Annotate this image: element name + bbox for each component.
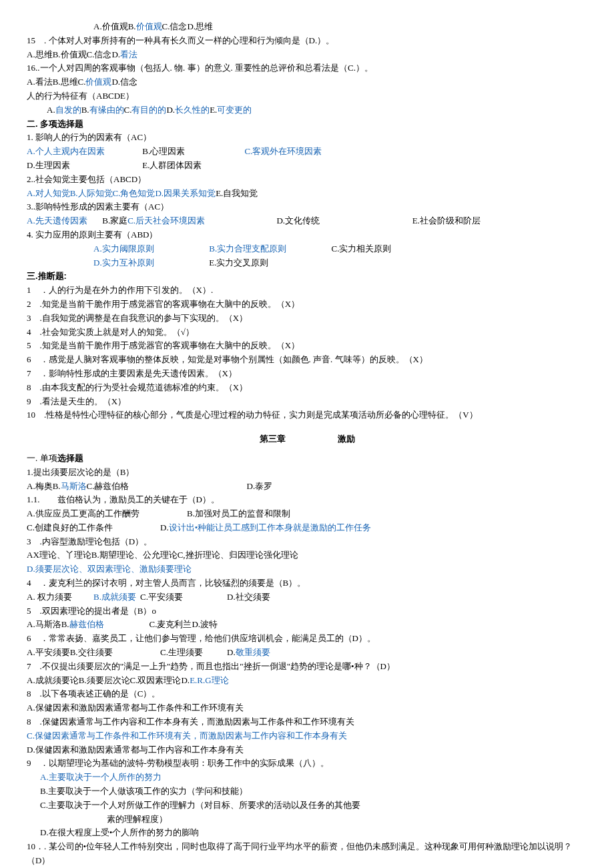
sc-q8d: D.保健因素和激励因素通常都与工作内容和工作本身有关 [27,743,587,757]
sc-q3: 3 .内容型激励理论包括（D）。 [27,535,587,549]
q15-options: A.思维B.价值观C.信念D.看法 [27,48,587,62]
sc-q4-opts: A. 权力须要B.成就须要C.平安须要D.社交须要 [27,590,587,604]
tf-q5: 5 .知觉是当前干脆作用于感觉器官的客观事物在大脑中的反映。（X） [27,339,587,353]
q14-options: A.价值观B.价值观C.信念D.思维 [27,20,587,34]
sc-q9: 9 ．以期望理论为基础的波特-劳勒模型表明：职务工作中的实际成果（八）。 [27,757,587,771]
mc-q2: 2..社会知觉主要包括（ABCD） [27,173,587,187]
tf-q4: 4 .社会知觉实质上就是对人的知觉。（√） [27,326,587,340]
tf-q7: 7 ．影响特性形成的主要因素是先天遗传因素。（X） [27,367,587,381]
sc-q5-opts: A.马斯洛B.赫兹伯格C.麦克利兰D.波特 [27,618,587,632]
tf-q6: 6 ．感觉是人脑对客观事物的整体反映，知觉是对事物个别属性（如颜色. 声音. 气… [27,353,587,367]
sc-q1-1-row2: C.创建良好的工作条件D.设计出•种能让员工感到工作本身就是激励的工作任务 [27,521,587,535]
sc-q10: 10．. 某公司的•位年轻人工作特别突出，同时也取得了高于同行业平均水平的薪资，… [27,840,587,868]
mc-q1-row2: D.生理因素 E.人群团体因素 [27,159,587,173]
sc-q8c: C.保健因素通常与工作条件和工作环境有关，而激励因素与工作内容和工作本身有关 [27,729,587,743]
sc-q9a: A.主要取决于一个人所作的努力 [27,771,587,785]
sc-q1-1-row1: A.供应应员工更高的工作酬劳B.加强对员工的监督和限制 [27,507,587,521]
q15: 15 . 个体对人对事所持有的一种具有长久而义一样的心理和行为倾向是（D.）。 [27,34,587,48]
q16-options: A.看法B.思维C.价值观D.信念 [27,75,587,89]
tf-q3: 3 .自我知觉的调整是在自我意识的参与下实现的。（X） [27,312,587,326]
mc-q4: 4. 实力应用的原则主要有（ABD） [27,228,587,242]
sc-q8b: 8 .保健因素通常与工作内容和工作本身有关，而激励因素与工作条件和工作环境有关 [27,715,587,729]
sc-q9b: B.主要取决于一个人做该项工作的实力（学问和技能） [27,785,587,799]
behavior-opts: A.自发的B.有缘由的C.有目的的D.长久性的E.可变更的 [27,103,587,117]
sc-q9c: C.主要取决于一个人对所做工作的理解力（对目标、所要求的活动以及任务的其他要 [27,799,587,813]
mc-q4-row1: A.实力阈限原则 B.实力合理支配原则 C.实力相关原则 [27,242,587,256]
sc-q1-1: 1.1. 兹伯格认为，激励员工的关键在于（D）。 [27,493,587,507]
sc-q6-opts: A.平安须要B.交往须要C.生理须要D.敬重须要 [27,646,587,660]
section-3-title: 三.推断题: [27,270,587,284]
sc-q5: 5 .双因素理论的提出者是（B）o [27,604,587,618]
behavior-q: 人的行为特征有（ABCDE） [27,89,587,103]
mc-q3: 3..影响特性形成的因素主要有（AC） [27,200,587,214]
mc-q1: 1. 影响人的行为的因素有（AC） [27,131,587,145]
section-2-title: 二. 多项选择题 [27,117,587,131]
tf-q9: 9 .看法是天生的。（X） [27,395,587,409]
q16: 16..一个人对四周的客观事物（包括人. 物. 事）的意义. 重要性的总评价和总… [27,61,587,75]
sc-q6: 6 ．常常表扬、嘉奖员工，让他们参与管理，给他们供应培训机会，能满足员工的（D）… [27,632,587,646]
sc-q8a: A.保健因素和激励因素通常都与工作条件和工作环境有关 [27,701,587,715]
sc-q1-opts: A.梅奥B.马斯洛C.赫兹伯格D.泰罗 [27,480,587,494]
section-1b-title: 一. 单项选择题 [27,452,587,466]
sc-q4: 4 ．麦克利兰的探讨衣明，对主管人员而言，比较猛烈的须要是（B）。 [27,576,587,590]
mc-q3-opts: A.先天遗传因素 B.家庭C.后天社会环境因素 D.文化传统 E.社会阶级和阶层 [27,214,587,228]
sc-q8: 8 .以下各项表述正确的是（C）。 [27,687,587,701]
tf-q1: 1 ．人的行为是在外力的作用下引发的。（X）. [27,284,587,298]
chapter-title: 第三章 激励 [27,432,587,446]
mc-q2-opts: A.对人知觉B.人际知觉C.角色知觉D.因果关系知觉E.自我知觉 [27,187,587,201]
tf-q8: 8 .由本我支配的行为受社会规范道德标准的约束。（X） [27,381,587,395]
mc-q1-row1: A.个人主观内在因素 B.心理因素 C.客观外在环境因素 [27,145,587,159]
sc-q9d: D.在很大程度上受•个人所作的努力的膨响 [27,826,587,840]
sc-q3a: AX理论、丫理论B.期望理论、公允理论C,挫折理论、归因理论强化理论 [27,548,587,562]
sc-q7: 7 .不仅提出须要层次的"满足一上升"趋势，而且也指出"挫折一倒退"趋势的理论是… [27,660,587,674]
sc-q9c2: 素的理解程度） [27,813,587,827]
tf-q10: 10 .性格是特性心理特征的核心部分，气质是心理过程的动力特征，实力则是完成某项… [27,408,587,422]
sc-q1: 1.提出须要层次论的是（B） [27,466,587,480]
mc-q4-row2: D.实力互补原则 E.实力交叉原则 [27,256,587,270]
sc-q3d: D.须要层次论、双因素理论、激励须要理论 [27,562,587,576]
sc-q7-opts: A.成就须要论B.须要层次论C.双因素理论D.E.R.G理论 [27,674,587,688]
tf-q2: 2 .知觉是当前干脆作用于感觉器官的客观事物在大脑中的反映。（X） [27,298,587,312]
